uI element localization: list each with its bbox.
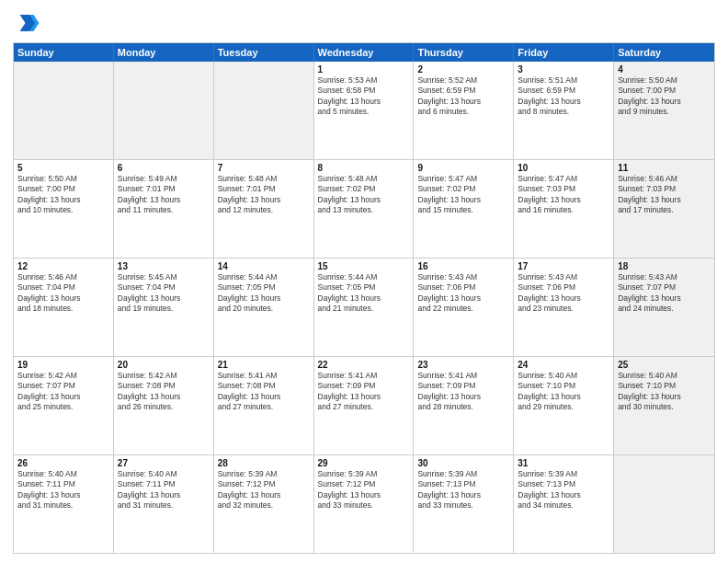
header-day-friday: Friday: [514, 43, 614, 62]
day-info: Sunrise: 5:42 AM Sunset: 7:07 PM Dayligh…: [17, 371, 109, 413]
header-day-saturday: Saturday: [614, 43, 714, 62]
calendar-cell-1-5: 10Sunrise: 5:47 AM Sunset: 7:03 PM Dayli…: [514, 160, 614, 258]
calendar-row-4: 26Sunrise: 5:40 AM Sunset: 7:11 PM Dayli…: [14, 455, 714, 553]
calendar-row-1: 5Sunrise: 5:50 AM Sunset: 7:00 PM Daylig…: [14, 160, 714, 259]
day-number: 7: [218, 163, 310, 173]
calendar-cell-1-6: 11Sunrise: 5:46 AM Sunset: 7:03 PM Dayli…: [614, 160, 714, 258]
day-info: Sunrise: 5:43 AM Sunset: 7:07 PM Dayligh…: [618, 272, 711, 315]
day-info: Sunrise: 5:42 AM Sunset: 7:08 PM Dayligh…: [118, 371, 210, 413]
calendar-body: 1Sunrise: 5:53 AM Sunset: 6:58 PM Daylig…: [14, 62, 714, 553]
day-info: Sunrise: 5:50 AM Sunset: 7:00 PM Dayligh…: [618, 75, 711, 118]
calendar-cell-0-1: [114, 62, 214, 159]
day-number: 17: [518, 261, 609, 271]
day-info: Sunrise: 5:41 AM Sunset: 7:08 PM Dayligh…: [218, 371, 310, 413]
day-number: 13: [118, 261, 210, 271]
day-info: Sunrise: 5:49 AM Sunset: 7:01 PM Dayligh…: [118, 174, 210, 216]
logo: [13, 9, 42, 37]
calendar-cell-2-3: 15Sunrise: 5:44 AM Sunset: 7:05 PM Dayli…: [314, 259, 415, 356]
calendar-cell-1-3: 8Sunrise: 5:48 AM Sunset: 7:02 PM Daylig…: [314, 160, 415, 258]
calendar-cell-3-3: 22Sunrise: 5:41 AM Sunset: 7:09 PM Dayli…: [314, 357, 415, 454]
calendar-cell-2-0: 12Sunrise: 5:46 AM Sunset: 7:04 PM Dayli…: [14, 259, 114, 356]
day-number: 6: [118, 163, 210, 173]
day-number: 9: [417, 163, 509, 173]
day-info: Sunrise: 5:41 AM Sunset: 7:09 PM Dayligh…: [318, 371, 410, 413]
calendar: SundayMondayTuesdayWednesdayThursdayFrid…: [13, 42, 715, 554]
day-number: 26: [17, 458, 109, 468]
calendar-cell-2-2: 14Sunrise: 5:44 AM Sunset: 7:05 PM Dayli…: [214, 259, 314, 356]
day-info: Sunrise: 5:44 AM Sunset: 7:05 PM Dayligh…: [218, 272, 310, 315]
day-number: 4: [618, 64, 711, 75]
day-number: 10: [518, 163, 609, 173]
day-number: 14: [218, 261, 310, 271]
day-info: Sunrise: 5:47 AM Sunset: 7:03 PM Dayligh…: [518, 174, 609, 216]
calendar-cell-1-0: 5Sunrise: 5:50 AM Sunset: 7:00 PM Daylig…: [14, 160, 114, 258]
day-info: Sunrise: 5:39 AM Sunset: 7:12 PM Dayligh…: [318, 469, 410, 511]
calendar-cell-0-4: 2Sunrise: 5:52 AM Sunset: 6:59 PM Daylig…: [414, 62, 514, 159]
day-number: 19: [17, 360, 109, 370]
calendar-cell-3-5: 24Sunrise: 5:40 AM Sunset: 7:10 PM Dayli…: [514, 357, 614, 454]
calendar-cell-0-6: 4Sunrise: 5:50 AM Sunset: 7:00 PM Daylig…: [614, 62, 714, 159]
day-info: Sunrise: 5:41 AM Sunset: 7:09 PM Dayligh…: [417, 371, 509, 413]
calendar-cell-3-0: 19Sunrise: 5:42 AM Sunset: 7:07 PM Dayli…: [14, 357, 114, 454]
logo-icon: [13, 9, 40, 37]
day-info: Sunrise: 5:39 AM Sunset: 7:12 PM Dayligh…: [218, 469, 310, 511]
day-info: Sunrise: 5:51 AM Sunset: 6:59 PM Dayligh…: [518, 75, 609, 118]
header-day-tuesday: Tuesday: [214, 43, 314, 62]
header: [13, 9, 715, 37]
day-number: 1: [318, 64, 410, 75]
day-number: 5: [17, 163, 109, 173]
day-number: 22: [318, 360, 410, 370]
day-info: Sunrise: 5:53 AM Sunset: 6:58 PM Dayligh…: [318, 75, 410, 118]
day-number: 21: [218, 360, 310, 370]
day-info: Sunrise: 5:46 AM Sunset: 7:04 PM Dayligh…: [17, 272, 109, 315]
day-number: 3: [518, 64, 609, 75]
day-number: 23: [417, 360, 509, 370]
day-number: 27: [118, 458, 210, 468]
day-number: 25: [618, 360, 711, 370]
day-info: Sunrise: 5:44 AM Sunset: 7:05 PM Dayligh…: [318, 272, 410, 315]
header-day-monday: Monday: [114, 43, 214, 62]
calendar-cell-1-1: 6Sunrise: 5:49 AM Sunset: 7:01 PM Daylig…: [114, 160, 214, 258]
calendar-row-2: 12Sunrise: 5:46 AM Sunset: 7:04 PM Dayli…: [14, 259, 714, 357]
calendar-cell-1-4: 9Sunrise: 5:47 AM Sunset: 7:02 PM Daylig…: [414, 160, 514, 258]
day-number: 28: [218, 458, 310, 468]
day-info: Sunrise: 5:39 AM Sunset: 7:13 PM Dayligh…: [518, 469, 609, 511]
day-number: 11: [618, 163, 711, 173]
day-info: Sunrise: 5:52 AM Sunset: 6:59 PM Dayligh…: [417, 75, 509, 118]
day-info: Sunrise: 5:39 AM Sunset: 7:13 PM Dayligh…: [417, 469, 509, 511]
day-info: Sunrise: 5:47 AM Sunset: 7:02 PM Dayligh…: [417, 174, 509, 216]
calendar-row-3: 19Sunrise: 5:42 AM Sunset: 7:07 PM Dayli…: [14, 357, 714, 455]
calendar-cell-4-4: 30Sunrise: 5:39 AM Sunset: 7:13 PM Dayli…: [414, 455, 514, 553]
calendar-cell-4-0: 26Sunrise: 5:40 AM Sunset: 7:11 PM Dayli…: [14, 455, 114, 553]
day-info: Sunrise: 5:48 AM Sunset: 7:01 PM Dayligh…: [218, 174, 310, 216]
calendar-cell-4-6: [614, 455, 714, 553]
calendar-row-0: 1Sunrise: 5:53 AM Sunset: 6:58 PM Daylig…: [14, 62, 714, 160]
calendar-cell-4-5: 31Sunrise: 5:39 AM Sunset: 7:13 PM Dayli…: [514, 455, 614, 553]
day-info: Sunrise: 5:40 AM Sunset: 7:10 PM Dayligh…: [618, 371, 711, 413]
calendar-cell-2-1: 13Sunrise: 5:45 AM Sunset: 7:04 PM Dayli…: [114, 259, 214, 356]
day-number: 20: [118, 360, 210, 370]
calendar-header: SundayMondayTuesdayWednesdayThursdayFrid…: [14, 43, 714, 62]
day-number: 29: [318, 458, 410, 468]
day-number: 15: [318, 261, 410, 271]
header-day-wednesday: Wednesday: [314, 43, 415, 62]
calendar-cell-3-6: 25Sunrise: 5:40 AM Sunset: 7:10 PM Dayli…: [614, 357, 714, 454]
calendar-cell-4-3: 29Sunrise: 5:39 AM Sunset: 7:12 PM Dayli…: [314, 455, 415, 553]
calendar-cell-2-4: 16Sunrise: 5:43 AM Sunset: 7:06 PM Dayli…: [414, 259, 514, 356]
day-number: 8: [318, 163, 410, 173]
day-info: Sunrise: 5:43 AM Sunset: 7:06 PM Dayligh…: [518, 272, 609, 315]
day-info: Sunrise: 5:45 AM Sunset: 7:04 PM Dayligh…: [118, 272, 210, 315]
calendar-cell-0-3: 1Sunrise: 5:53 AM Sunset: 6:58 PM Daylig…: [314, 62, 415, 159]
page: SundayMondayTuesdayWednesdayThursdayFrid…: [0, 0, 728, 563]
day-info: Sunrise: 5:46 AM Sunset: 7:03 PM Dayligh…: [618, 174, 711, 216]
header-day-thursday: Thursday: [414, 43, 514, 62]
day-info: Sunrise: 5:48 AM Sunset: 7:02 PM Dayligh…: [318, 174, 410, 216]
day-number: 2: [417, 64, 509, 75]
calendar-cell-0-0: [14, 62, 114, 159]
calendar-cell-4-2: 28Sunrise: 5:39 AM Sunset: 7:12 PM Dayli…: [214, 455, 314, 553]
calendar-cell-0-2: [214, 62, 314, 159]
day-info: Sunrise: 5:43 AM Sunset: 7:06 PM Dayligh…: [417, 272, 509, 315]
calendar-cell-3-2: 21Sunrise: 5:41 AM Sunset: 7:08 PM Dayli…: [214, 357, 314, 454]
calendar-cell-1-2: 7Sunrise: 5:48 AM Sunset: 7:01 PM Daylig…: [214, 160, 314, 258]
day-info: Sunrise: 5:40 AM Sunset: 7:11 PM Dayligh…: [118, 469, 210, 511]
